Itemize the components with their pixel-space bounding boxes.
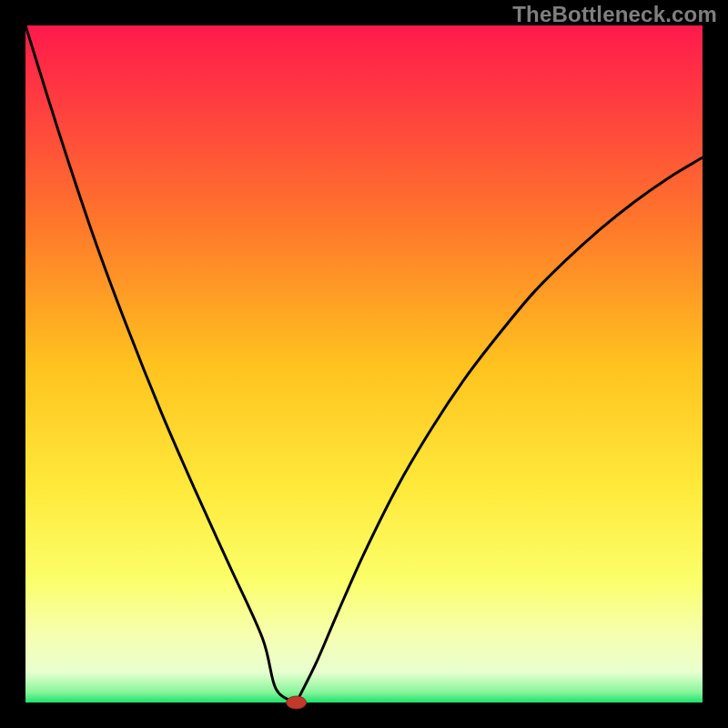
plot-background <box>25 25 703 703</box>
watermark-text: TheBottleneck.com <box>512 2 717 27</box>
chart-svg <box>0 0 728 728</box>
chart-container: TheBottleneck.com <box>0 0 728 728</box>
minimum-marker <box>287 696 307 709</box>
